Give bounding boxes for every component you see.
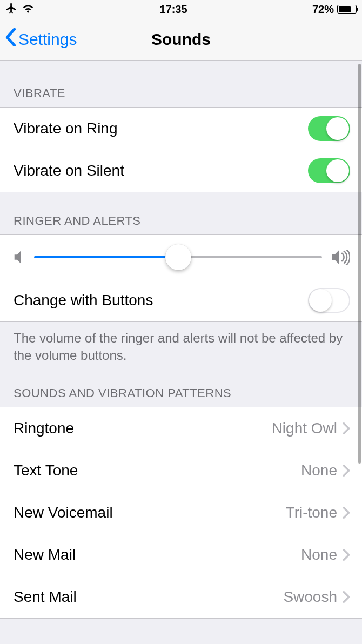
row-label: Vibrate on Ring (14, 120, 308, 137)
row-label: Sent Mail (14, 588, 283, 606)
status-bar: 17:35 72% (0, 0, 362, 18)
battery-percent: 72% (312, 3, 334, 16)
section-header-patterns: Sounds and Vibration Patterns (0, 365, 362, 407)
row-change-with-buttons[interactable]: Change with Buttons (0, 279, 362, 321)
chevron-right-icon (343, 464, 350, 477)
switch-vibrate-on-ring[interactable] (308, 116, 350, 141)
volume-high-icon (332, 250, 350, 265)
chevron-left-icon (5, 28, 16, 50)
scroll-indicator (358, 64, 361, 464)
row-new-mail[interactable]: New Mail None (0, 534, 362, 576)
switch-change-with-buttons[interactable] (308, 288, 350, 313)
chevron-right-icon (343, 506, 350, 519)
back-button[interactable]: Settings (0, 28, 77, 50)
row-value: Tri-tone (286, 504, 337, 521)
volume-slider[interactable] (34, 256, 322, 258)
row-label: Text Tone (14, 462, 301, 479)
row-volume-slider (0, 235, 362, 279)
row-new-voicemail[interactable]: New Voicemail Tri-tone (0, 492, 362, 534)
slider-thumb[interactable] (165, 244, 191, 270)
wifi-icon (22, 3, 35, 16)
volume-low-icon (14, 250, 24, 264)
airplane-mode-icon (5, 2, 17, 17)
section-vibrate: Vibrate on Ring Vibrate on Silent (0, 107, 362, 192)
row-value: Swoosh (283, 588, 337, 606)
battery-icon (337, 5, 357, 14)
status-right: 72% (312, 3, 357, 16)
row-value: None (301, 462, 337, 479)
status-time: 17:35 (159, 3, 187, 16)
chevron-right-icon (343, 591, 350, 603)
section-footer-ringer: The volume of the ringer and alerts will… (0, 322, 362, 365)
row-label: Ringtone (14, 420, 272, 437)
section-ringer-alerts: Change with Buttons (0, 234, 362, 322)
section-header-vibrate: Vibrate (0, 61, 362, 107)
row-vibrate-on-ring[interactable]: Vibrate on Ring (0, 108, 362, 150)
row-label: Change with Buttons (14, 292, 308, 309)
section-patterns: Ringtone Night Owl Text Tone None New Vo… (0, 407, 362, 619)
row-value: None (301, 546, 337, 564)
section-header-ringer: Ringer and Alerts (0, 192, 362, 234)
row-vibrate-on-silent[interactable]: Vibrate on Silent (0, 150, 362, 192)
switch-vibrate-on-silent[interactable] (308, 158, 350, 183)
row-label: New Voicemail (14, 504, 286, 521)
status-left (5, 2, 35, 17)
row-label: New Mail (14, 546, 301, 564)
back-label: Settings (18, 30, 77, 49)
row-label: Vibrate on Silent (14, 162, 308, 179)
row-value: Night Owl (272, 420, 337, 437)
row-sent-mail[interactable]: Sent Mail Swoosh (0, 576, 362, 618)
content-scroll[interactable]: Vibrate Vibrate on Ring Vibrate on Silen… (0, 61, 362, 644)
chevron-right-icon (343, 548, 350, 561)
chevron-right-icon (343, 422, 350, 435)
nav-bar: Settings Sounds (0, 18, 362, 61)
row-ringtone[interactable]: Ringtone Night Owl (0, 407, 362, 450)
row-text-tone[interactable]: Text Tone None (0, 450, 362, 492)
